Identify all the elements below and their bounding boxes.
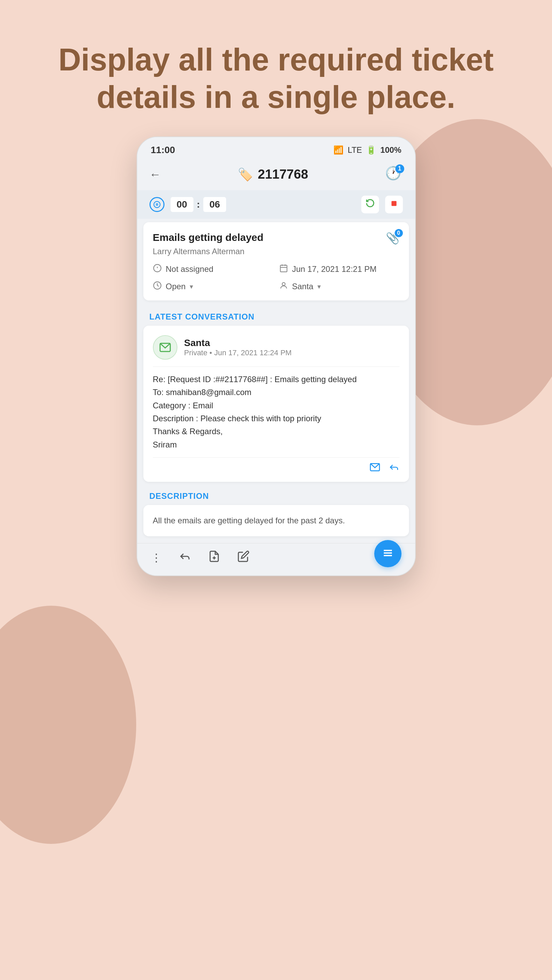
svg-point-12 (282, 282, 285, 285)
svg-rect-7 (280, 265, 287, 272)
battery-label: 100% (380, 145, 401, 155)
ticket-meta: Not assigned Jun 17, 2021 12:21 PM (153, 264, 399, 292)
notification-badge: 1 (396, 164, 404, 173)
note-button[interactable] (208, 550, 220, 565)
nav-title-area: 🏷️ 2117768 (238, 167, 308, 182)
status-icons: 📶 LTE 🔋 100% (333, 145, 402, 155)
timer-colon: : (197, 199, 200, 210)
nav-bar: ← 🏷️ 2117768 🕐 1 (137, 159, 415, 190)
timer-minutes: 06 (203, 197, 226, 212)
conv-line3: Category : Email (153, 399, 399, 412)
agent-item[interactable]: Santa ▾ (279, 281, 399, 292)
date-item: Jun 17, 2021 12:21 PM (279, 264, 399, 275)
wifi-icon: 📶 (333, 145, 344, 155)
svg-rect-3 (391, 201, 396, 206)
conv-divider (153, 366, 399, 367)
conv-line5: Thanks & Regards, (153, 425, 399, 438)
timer-display: 00 : 06 (171, 197, 227, 212)
ticket-subject: Emails getting delayed (153, 232, 263, 243)
timer-pause-icon[interactable] (150, 197, 164, 212)
reply-button[interactable] (389, 462, 399, 475)
agent-dropdown-arrow: ▾ (317, 282, 321, 291)
reply-action-button[interactable] (179, 550, 191, 565)
forward-button[interactable] (370, 462, 380, 475)
description-text: All the emails are getting delayed for t… (153, 514, 399, 527)
bottom-bar: ⋮ (137, 543, 415, 576)
ticket-icon: 🏷️ (238, 167, 253, 182)
status-item[interactable]: Open ▾ (153, 281, 273, 292)
more-options-button[interactable]: ⋮ (151, 551, 162, 564)
conv-info: Private • Jun 17, 2021 12:24 PM (184, 348, 292, 357)
ticket-subject-row: Emails getting delayed 📎 0 (153, 232, 399, 245)
conv-body: Re: [Request ID :##2117768##] : Emails g… (153, 373, 399, 451)
fab-icon (382, 547, 394, 561)
conv-dot: • (209, 348, 214, 357)
notification-button[interactable]: 🕐 1 (385, 166, 403, 183)
timer-hours: 00 (171, 197, 193, 212)
phone-container: 11:00 📶 LTE 🔋 100% ← 🏷️ 2117768 🕐 1 (0, 137, 552, 576)
agent-icon (279, 281, 288, 292)
stop-icon (390, 200, 398, 209)
edit-button[interactable] (237, 550, 250, 565)
description-label: DESCRIPTION (137, 485, 415, 505)
battery-icon: 🔋 (366, 145, 376, 155)
ticket-card: Emails getting delayed 📎 0 Larry Alterma… (144, 222, 409, 301)
conv-actions (153, 457, 399, 475)
assigned-to-item: Not assigned (153, 264, 273, 275)
conv-avatar (153, 335, 177, 360)
lte-label: LTE (348, 145, 362, 155)
conv-meta: Santa Private • Jun 17, 2021 12:24 PM (184, 337, 292, 357)
headline-text: Display all the required ticket details … (27, 41, 525, 116)
calendar-icon (279, 264, 288, 275)
conv-header: Santa Private • Jun 17, 2021 12:24 PM (153, 335, 399, 360)
bg-shape-left (0, 606, 136, 844)
ticket-reporter: Larry Altermans Alterman (153, 247, 399, 256)
conv-line4: Description : Please check this with top… (153, 412, 399, 425)
conv-line1: Re: [Request ID :##2117768##] : Emails g… (153, 373, 399, 386)
conv-line6: Sriram (153, 438, 399, 451)
attachment-badge[interactable]: 📎 0 (386, 232, 399, 245)
assigned-to-text: Not assigned (166, 264, 214, 274)
conversation-card: Santa Private • Jun 17, 2021 12:24 PM Re… (144, 326, 409, 482)
timer-bar: 00 : 06 (137, 190, 415, 219)
date-text: Jun 17, 2021 12:21 PM (292, 264, 377, 274)
status-time: 11:00 (151, 145, 175, 156)
description-card: All the emails are getting delayed for t… (144, 505, 409, 536)
phone-mockup: 11:00 📶 LTE 🔋 100% ← 🏷️ 2117768 🕐 1 (137, 137, 416, 576)
conv-sender: Santa (184, 337, 292, 348)
conv-date: Jun 17, 2021 12:24 PM (214, 348, 292, 357)
agent-text: Santa (292, 282, 314, 291)
headline-section: Display all the required ticket details … (0, 0, 552, 137)
latest-conversation-label: LATEST CONVERSATION (137, 304, 415, 326)
conv-type: Private (184, 348, 207, 357)
timer-refresh-button[interactable] (361, 196, 379, 213)
refresh-icon (365, 198, 375, 210)
status-bar: 11:00 📶 LTE 🔋 100% (137, 137, 415, 159)
timer-stop-button[interactable] (385, 196, 403, 213)
svg-point-0 (153, 202, 160, 208)
ticket-id: 2117768 (258, 167, 308, 182)
timer-controls (361, 196, 403, 213)
status-text: Open (166, 282, 186, 291)
status-icon (153, 281, 162, 292)
timer-left: 00 : 06 (150, 197, 227, 212)
attachment-count: 0 (395, 229, 403, 237)
fab-button[interactable] (374, 540, 402, 567)
conv-line2: To: smahiban8@gmail.com (153, 386, 399, 399)
alert-icon (153, 264, 162, 275)
back-button[interactable]: ← (150, 168, 161, 181)
status-dropdown-arrow: ▾ (190, 282, 193, 291)
